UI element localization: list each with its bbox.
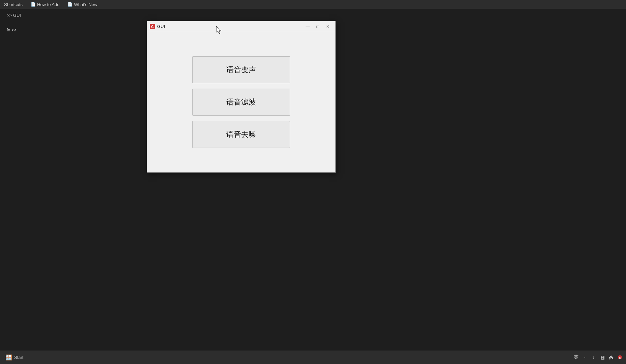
shortcuts-label: Shortcuts — [4, 2, 23, 7]
gui-title-text: GUI — [157, 24, 165, 29]
menu-how-to-add[interactable]: 📄 How to Add — [29, 1, 61, 8]
tray-icon-2[interactable]: ▦ — [599, 354, 606, 361]
top-menubar: Shortcuts 📄 How to Add 📄 What's New — [0, 0, 626, 9]
taskbar-left: 🪟 Start — [3, 353, 26, 362]
svg-text:S: S — [619, 356, 621, 359]
menu-shortcuts[interactable]: Shortcuts — [3, 1, 24, 8]
svg-text:G: G — [151, 25, 154, 29]
whats-new-label: What's New — [74, 2, 97, 7]
menu-whats-new[interactable]: 📄 What's New — [66, 1, 98, 8]
start-label: Start — [14, 355, 23, 360]
sidebar-fx-label: fx >> — [7, 27, 17, 32]
gui-window: G GUI — □ ✕ 语音变声 语音滤波 语音去噪 — [147, 21, 336, 173]
language-indicator[interactable]: 英 — [573, 354, 579, 361]
sidebar-fx-item: fx >> — [3, 26, 25, 34]
tray-icon-red[interactable]: S — [617, 354, 623, 361]
lang-text: 英 — [574, 354, 578, 360]
menu-icon-doc2: 📄 — [67, 2, 73, 7]
gui-title-left: G GUI — [150, 24, 165, 29]
how-to-add-label: How to Add — [37, 2, 60, 7]
sidebar-gui-label: >> GUI — [7, 13, 21, 18]
gui-titlebar-buttons: — □ ✕ — [303, 23, 333, 30]
start-icon: 🪟 — [5, 354, 12, 361]
menu-icon-doc1: 📄 — [31, 2, 36, 7]
taskbar: 🪟 Start 英 · ↓ ▦ S — [0, 351, 626, 364]
tray-icon-3[interactable] — [608, 354, 615, 361]
voice-change-button[interactable]: 语音变声 — [192, 56, 290, 83]
taskbar-right: 英 · ↓ ▦ S — [573, 354, 623, 361]
close-button[interactable]: ✕ — [323, 23, 333, 30]
maximize-button[interactable]: □ — [313, 23, 322, 30]
gui-app-icon: G — [150, 24, 155, 29]
voice-denoise-button[interactable]: 语音去噪 — [192, 121, 290, 148]
tray-icon-1[interactable]: · — [581, 354, 588, 361]
start-button[interactable]: 🪟 Start — [3, 353, 26, 362]
gui-titlebar: G GUI — □ ✕ — [147, 21, 335, 32]
gui-body: 语音变声 语音滤波 语音去噪 — [147, 32, 335, 172]
sidebar-gui-item: >> GUI — [3, 11, 25, 19]
tray-icon-download[interactable]: ↓ — [590, 354, 597, 361]
minimize-button[interactable]: — — [303, 23, 312, 30]
voice-filter-button[interactable]: 语音滤波 — [192, 89, 290, 116]
